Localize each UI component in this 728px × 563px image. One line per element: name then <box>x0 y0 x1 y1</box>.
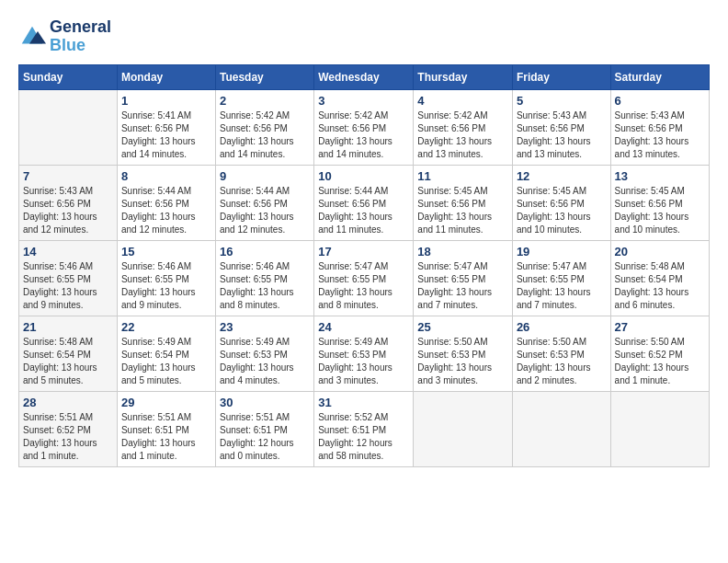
weekday-header-saturday: Saturday <box>610 64 709 89</box>
day-number: 26 <box>517 320 607 334</box>
calendar-cell: 19Sunrise: 5:47 AM Sunset: 6:55 PM Dayli… <box>512 240 610 316</box>
day-info: Sunrise: 5:43 AM Sunset: 6:56 PM Dayligh… <box>517 109 607 161</box>
calendar-week-5: 28Sunrise: 5:51 AM Sunset: 6:52 PM Dayli… <box>19 391 710 466</box>
day-info: Sunrise: 5:49 AM Sunset: 6:53 PM Dayligh… <box>318 336 409 387</box>
calendar-cell: 27Sunrise: 5:50 AM Sunset: 6:52 PM Dayli… <box>610 316 709 391</box>
day-info: Sunrise: 5:44 AM Sunset: 6:56 PM Dayligh… <box>220 185 310 236</box>
day-info: Sunrise: 5:44 AM Sunset: 6:56 PM Dayligh… <box>121 185 211 236</box>
day-number: 2 <box>220 94 310 108</box>
day-number: 7 <box>23 169 113 183</box>
calendar-cell: 24Sunrise: 5:49 AM Sunset: 6:53 PM Dayli… <box>314 316 414 391</box>
calendar-cell: 6Sunrise: 5:43 AM Sunset: 6:56 PM Daylig… <box>610 89 709 165</box>
logo: General Blue <box>18 18 111 55</box>
logo-text: General Blue <box>50 18 111 55</box>
day-info: Sunrise: 5:42 AM Sunset: 6:56 PM Dayligh… <box>318 109 409 161</box>
day-info: Sunrise: 5:43 AM Sunset: 6:56 PM Dayligh… <box>615 109 705 161</box>
calendar-cell: 25Sunrise: 5:50 AM Sunset: 6:53 PM Dayli… <box>414 316 513 391</box>
day-info: Sunrise: 5:49 AM Sunset: 6:54 PM Dayligh… <box>121 336 211 387</box>
day-number: 10 <box>318 169 409 183</box>
weekday-header-monday: Monday <box>117 64 215 89</box>
day-info: Sunrise: 5:50 AM Sunset: 6:52 PM Dayligh… <box>615 336 705 387</box>
day-info: Sunrise: 5:52 AM Sunset: 6:51 PM Dayligh… <box>318 411 409 463</box>
calendar-cell: 17Sunrise: 5:47 AM Sunset: 6:55 PM Dayli… <box>314 240 414 316</box>
weekday-header-tuesday: Tuesday <box>216 64 314 89</box>
weekday-header-friday: Friday <box>512 64 610 89</box>
day-number: 27 <box>615 320 705 334</box>
day-info: Sunrise: 5:50 AM Sunset: 6:53 PM Dayligh… <box>517 336 607 387</box>
day-info: Sunrise: 5:42 AM Sunset: 6:56 PM Dayligh… <box>417 109 508 161</box>
day-number: 15 <box>121 245 211 259</box>
day-number: 12 <box>517 169 607 183</box>
day-number: 6 <box>615 94 705 108</box>
day-number: 20 <box>615 245 705 259</box>
calendar-cell: 7Sunrise: 5:43 AM Sunset: 6:56 PM Daylig… <box>19 165 118 240</box>
calendar-cell: 5Sunrise: 5:43 AM Sunset: 6:56 PM Daylig… <box>512 89 610 165</box>
day-info: Sunrise: 5:46 AM Sunset: 6:55 PM Dayligh… <box>23 260 113 312</box>
page-header: General Blue <box>18 18 710 55</box>
calendar-cell <box>512 391 610 466</box>
calendar-cell <box>19 89 118 165</box>
day-info: Sunrise: 5:51 AM Sunset: 6:51 PM Dayligh… <box>121 411 211 463</box>
calendar-cell: 30Sunrise: 5:51 AM Sunset: 6:51 PM Dayli… <box>216 391 314 466</box>
calendar-cell <box>610 391 709 466</box>
day-number: 30 <box>220 396 310 409</box>
day-number: 16 <box>220 245 310 259</box>
calendar-cell: 13Sunrise: 5:45 AM Sunset: 6:56 PM Dayli… <box>610 165 709 240</box>
day-number: 17 <box>318 245 409 259</box>
day-info: Sunrise: 5:48 AM Sunset: 6:54 PM Dayligh… <box>23 336 113 387</box>
calendar-cell: 15Sunrise: 5:46 AM Sunset: 6:55 PM Dayli… <box>117 240 215 316</box>
day-number: 4 <box>417 94 508 108</box>
day-number: 29 <box>121 396 211 409</box>
calendar-week-4: 21Sunrise: 5:48 AM Sunset: 6:54 PM Dayli… <box>19 316 710 391</box>
day-info: Sunrise: 5:51 AM Sunset: 6:52 PM Dayligh… <box>23 411 113 463</box>
day-info: Sunrise: 5:45 AM Sunset: 6:56 PM Dayligh… <box>517 185 607 236</box>
day-info: Sunrise: 5:43 AM Sunset: 6:56 PM Dayligh… <box>23 185 113 236</box>
calendar-cell: 2Sunrise: 5:42 AM Sunset: 6:56 PM Daylig… <box>216 89 314 165</box>
day-number: 9 <box>220 169 310 183</box>
calendar-cell: 1Sunrise: 5:41 AM Sunset: 6:56 PM Daylig… <box>117 89 215 165</box>
day-info: Sunrise: 5:42 AM Sunset: 6:56 PM Dayligh… <box>220 109 310 161</box>
calendar-cell <box>414 391 513 466</box>
day-number: 8 <box>121 169 211 183</box>
calendar-cell: 9Sunrise: 5:44 AM Sunset: 6:56 PM Daylig… <box>216 165 314 240</box>
weekday-header-thursday: Thursday <box>414 64 513 89</box>
calendar-cell: 22Sunrise: 5:49 AM Sunset: 6:54 PM Dayli… <box>117 316 215 391</box>
day-info: Sunrise: 5:46 AM Sunset: 6:55 PM Dayligh… <box>220 260 310 312</box>
logo-icon <box>18 23 46 51</box>
day-info: Sunrise: 5:47 AM Sunset: 6:55 PM Dayligh… <box>517 260 607 312</box>
weekday-header-row: SundayMondayTuesdayWednesdayThursdayFrid… <box>19 64 710 89</box>
calendar-cell: 28Sunrise: 5:51 AM Sunset: 6:52 PM Dayli… <box>19 391 118 466</box>
calendar-cell: 14Sunrise: 5:46 AM Sunset: 6:55 PM Dayli… <box>19 240 118 316</box>
day-number: 31 <box>318 396 409 409</box>
day-info: Sunrise: 5:47 AM Sunset: 6:55 PM Dayligh… <box>318 260 409 312</box>
calendar-cell: 16Sunrise: 5:46 AM Sunset: 6:55 PM Dayli… <box>216 240 314 316</box>
day-number: 11 <box>417 169 508 183</box>
calendar-cell: 29Sunrise: 5:51 AM Sunset: 6:51 PM Dayli… <box>117 391 215 466</box>
day-info: Sunrise: 5:50 AM Sunset: 6:53 PM Dayligh… <box>417 336 508 387</box>
day-info: Sunrise: 5:47 AM Sunset: 6:55 PM Dayligh… <box>417 260 508 312</box>
calendar-cell: 11Sunrise: 5:45 AM Sunset: 6:56 PM Dayli… <box>414 165 513 240</box>
calendar-cell: 3Sunrise: 5:42 AM Sunset: 6:56 PM Daylig… <box>314 89 414 165</box>
day-number: 5 <box>517 94 607 108</box>
weekday-header-sunday: Sunday <box>19 64 118 89</box>
day-info: Sunrise: 5:46 AM Sunset: 6:55 PM Dayligh… <box>121 260 211 312</box>
day-number: 28 <box>23 396 113 409</box>
calendar-table: SundayMondayTuesdayWednesdayThursdayFrid… <box>18 64 710 467</box>
day-number: 23 <box>220 320 310 334</box>
day-info: Sunrise: 5:49 AM Sunset: 6:53 PM Dayligh… <box>220 336 310 387</box>
day-number: 21 <box>23 320 113 334</box>
day-info: Sunrise: 5:41 AM Sunset: 6:56 PM Dayligh… <box>121 109 211 161</box>
day-info: Sunrise: 5:44 AM Sunset: 6:56 PM Dayligh… <box>318 185 409 236</box>
calendar-week-2: 7Sunrise: 5:43 AM Sunset: 6:56 PM Daylig… <box>19 165 710 240</box>
day-number: 22 <box>121 320 211 334</box>
calendar-cell: 23Sunrise: 5:49 AM Sunset: 6:53 PM Dayli… <box>216 316 314 391</box>
day-number: 18 <box>417 245 508 259</box>
day-number: 25 <box>417 320 508 334</box>
day-info: Sunrise: 5:45 AM Sunset: 6:56 PM Dayligh… <box>417 185 508 236</box>
calendar-cell: 18Sunrise: 5:47 AM Sunset: 6:55 PM Dayli… <box>414 240 513 316</box>
day-number: 3 <box>318 94 409 108</box>
calendar-cell: 8Sunrise: 5:44 AM Sunset: 6:56 PM Daylig… <box>117 165 215 240</box>
calendar-cell: 10Sunrise: 5:44 AM Sunset: 6:56 PM Dayli… <box>314 165 414 240</box>
day-number: 19 <box>517 245 607 259</box>
day-number: 24 <box>318 320 409 334</box>
